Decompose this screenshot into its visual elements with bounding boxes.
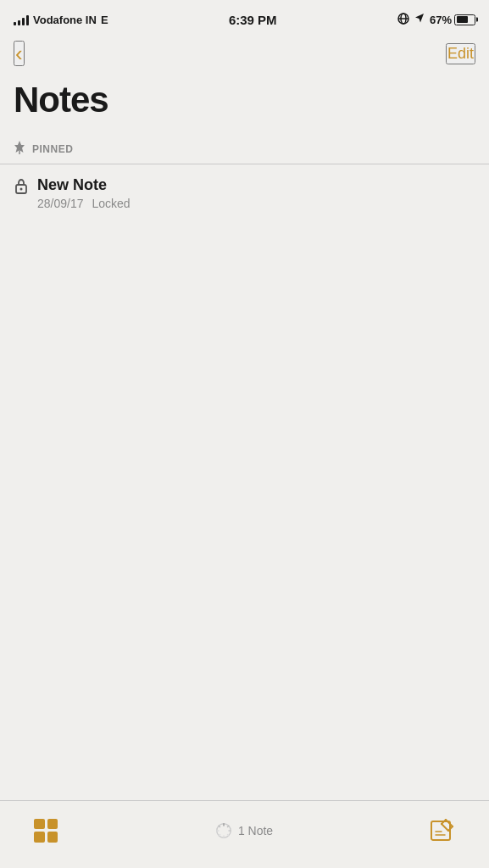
carrier-text: Vodafone IN <box>33 14 97 26</box>
gallery-grid-icon <box>34 819 58 843</box>
nav-bar: ‹ Edit <box>0 34 489 73</box>
svg-line-14 <box>219 826 219 826</box>
pinned-label: PINNED <box>32 143 73 155</box>
tab-bar: 1 Note <box>0 800 489 868</box>
svg-line-8 <box>227 826 228 826</box>
svg-line-10 <box>227 834 228 835</box>
pin-icon <box>14 141 25 157</box>
svg-point-5 <box>20 187 23 190</box>
lock-icon-container <box>14 178 29 199</box>
page-title-section: Notes <box>0 73 489 134</box>
back-button[interactable]: ‹ <box>14 41 25 66</box>
svg-line-12 <box>219 834 219 835</box>
edit-button[interactable]: Edit <box>446 43 475 64</box>
battery-icon <box>454 14 475 25</box>
status-right: 67% <box>397 13 475 27</box>
note-count-text: 1 Note <box>238 824 273 837</box>
note-item[interactable]: New Note 28/09/17 Locked <box>0 164 489 222</box>
note-title: New Note <box>37 176 475 194</box>
battery-container: 67% <box>430 14 475 26</box>
status-left: Vodafone IN E <box>14 14 108 26</box>
note-date: 28/09/17 <box>37 197 84 210</box>
main-content <box>0 222 489 646</box>
page-title: Notes <box>14 80 475 120</box>
network-type: E <box>101 14 108 26</box>
status-bar: Vodafone IN E 6:39 PM 67% <box>0 0 489 34</box>
note-locked-status: Locked <box>92 197 131 210</box>
location-icon <box>414 13 425 27</box>
signal-bars-icon <box>14 14 29 25</box>
note-content: New Note 28/09/17 Locked <box>37 176 475 210</box>
status-time: 6:39 PM <box>229 13 277 27</box>
compose-button[interactable] <box>430 818 455 843</box>
svg-line-19 <box>442 824 448 831</box>
note-meta: 28/09/17 Locked <box>37 197 475 210</box>
globe-icon <box>397 13 409 27</box>
note-count-container: 1 Note <box>214 821 273 840</box>
compose-icon <box>430 818 455 843</box>
spinner-icon <box>214 821 233 840</box>
battery-percent: 67% <box>430 14 452 26</box>
battery-fill <box>457 16 468 23</box>
tab-gallery-button[interactable] <box>34 819 58 843</box>
tab-note-count: 1 Note <box>214 821 273 840</box>
pinned-section-header: PINNED <box>0 134 489 164</box>
lock-icon <box>14 181 29 198</box>
